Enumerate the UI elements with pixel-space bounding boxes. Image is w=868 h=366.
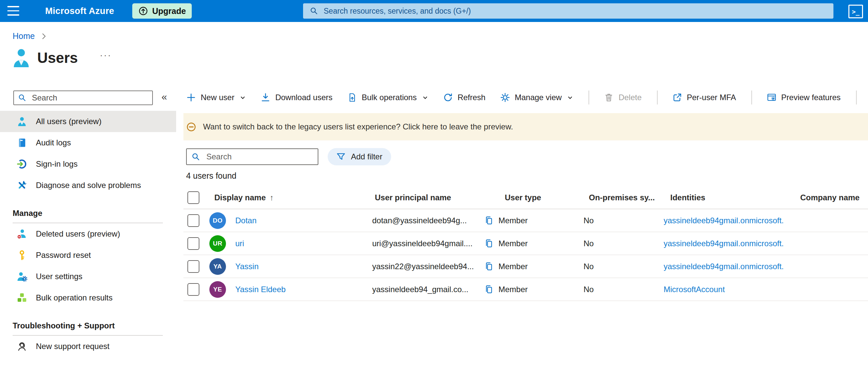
page-title: Users (37, 50, 78, 66)
identities-link[interactable]: MicrosoftAccount (663, 285, 725, 294)
display-name-link[interactable]: uri (235, 239, 244, 248)
chevron-down-icon (567, 94, 573, 101)
global-search-input[interactable] (323, 6, 833, 16)
search-icon (191, 152, 200, 161)
user-type-cell: Member (498, 262, 528, 271)
sidebar-item-diagnose[interactable]: Diagnose and solve problems (0, 175, 176, 196)
per-user-mfa-label: Per-user MFA (687, 93, 736, 102)
column-header-upn[interactable]: User principal name (375, 193, 451, 202)
sidebar-item-new-support-request[interactable]: New support request (0, 336, 176, 357)
sidebar-item-label: Deleted users (preview) (36, 229, 120, 238)
upgrade-button[interactable]: Upgrade (132, 3, 192, 19)
column-header-display-name[interactable]: Display name↑ (214, 193, 274, 202)
row-checkbox[interactable] (187, 214, 199, 227)
column-header-on-premises[interactable]: On-premises sy... (589, 193, 655, 202)
user-list-search-input[interactable] (206, 152, 313, 162)
sidebar-search-box (13, 90, 153, 105)
sidebar-item-label: All users (preview) (36, 117, 101, 126)
identities-link[interactable]: yassineldeeb94gmail.onmicrosoft. (663, 216, 784, 225)
global-search-box (303, 3, 833, 19)
table-row: YE Yassin Eldeeb yassineldeeb94_gmail.co… (183, 278, 868, 301)
table-row: YA Yassin yassin22@yassineldeeb94... Mem… (183, 255, 868, 278)
sidebar-item-label: Audit logs (36, 138, 71, 147)
audit-logs-icon (17, 137, 27, 148)
bulk-operations-label: Bulk operations (362, 93, 416, 102)
users-table: Display name↑ User principal name User t… (183, 187, 868, 301)
sidebar-search-input[interactable] (31, 93, 148, 103)
table-header-row: Display name↑ User principal name User t… (183, 187, 868, 209)
sort-ascending-icon: ↑ (270, 193, 274, 202)
sign-in-logs-icon (17, 159, 27, 169)
upn-cell: uri@yassineldeeb94gmail.... (372, 239, 472, 248)
delete-label: Delete (618, 93, 641, 102)
upn-cell: dotan@yassineldeeb94g... (372, 216, 467, 225)
cloud-shell-icon[interactable]: >_ (848, 5, 863, 18)
chevron-down-icon (240, 94, 246, 101)
table-row: DO Dotan dotan@yassineldeeb94g... Member… (183, 209, 868, 232)
column-header-identities[interactable]: Identities (670, 193, 705, 202)
row-checkbox[interactable] (187, 260, 199, 273)
diagnose-tools-icon (17, 180, 27, 191)
breadcrumb: Home (12, 31, 47, 41)
display-name-link[interactable]: Yassin Eldeeb (235, 285, 286, 294)
preview-notice-banner[interactable]: Want to switch back to the legacy users … (183, 113, 868, 140)
copy-icon[interactable] (485, 238, 494, 248)
on-premises-cell: No (584, 285, 594, 294)
avatar: YA (209, 258, 226, 275)
sidebar-section-troubleshooting: Troubleshooting + Support (12, 316, 163, 336)
select-all-checkbox[interactable] (187, 191, 199, 204)
manage-view-button[interactable]: Manage view (500, 92, 573, 103)
row-checkbox[interactable] (187, 237, 199, 250)
on-premises-cell: No (584, 262, 594, 271)
download-users-button[interactable]: Download users (260, 92, 332, 103)
gear-icon (500, 92, 510, 103)
preview-features-button[interactable]: Preview features (767, 92, 841, 103)
download-icon (260, 92, 271, 103)
avatar: YE (209, 281, 226, 298)
toolbar-divider (751, 90, 752, 105)
download-users-label: Download users (275, 93, 332, 102)
sidebar-item-all-users[interactable]: All users (preview) (0, 111, 176, 132)
copy-icon[interactable] (485, 216, 494, 225)
bulk-operations-icon (347, 92, 357, 103)
sidebar-item-label: Sign-in logs (36, 159, 78, 169)
identities-link[interactable]: yassineldeeb94gmail.onmicrosoft. (663, 262, 784, 271)
hamburger-menu-icon[interactable] (7, 6, 19, 16)
ellipsis-menu-icon[interactable]: ··· (100, 50, 112, 61)
sidebar-item-sign-in-logs[interactable]: Sign-in logs (0, 153, 176, 175)
copy-icon[interactable] (485, 284, 494, 294)
bulk-operations-button[interactable]: Bulk operations (347, 92, 428, 103)
new-user-button[interactable]: New user (186, 92, 246, 103)
sidebar-item-deleted-users[interactable]: Deleted users (preview) (0, 223, 176, 245)
refresh-button[interactable]: Refresh (443, 92, 486, 103)
sidebar-item-user-settings[interactable]: User settings (0, 266, 176, 287)
column-header-company-name[interactable]: Company name (800, 193, 860, 202)
user-gear-icon (17, 271, 27, 282)
sidebar-item-audit-logs[interactable]: Audit logs (0, 132, 176, 153)
sidebar-item-password-reset[interactable]: Password reset (0, 245, 176, 266)
column-header-user-type[interactable]: User type (505, 193, 541, 202)
sidebar-item-label: User settings (36, 272, 83, 281)
preview-features-icon (767, 92, 777, 103)
sidebar-collapse-button[interactable]: « (161, 91, 167, 103)
per-user-mfa-button[interactable]: Per-user MFA (672, 92, 736, 103)
preview-features-label: Preview features (781, 93, 841, 102)
on-premises-cell: No (584, 239, 594, 248)
copy-icon[interactable] (485, 261, 494, 271)
cubes-icon (17, 292, 27, 303)
brand-title: Microsoft Azure (45, 0, 114, 22)
row-checkbox[interactable] (187, 283, 199, 296)
plus-icon (186, 92, 196, 103)
toolbar-divider (856, 90, 857, 105)
filter-funnel-icon (336, 152, 346, 161)
display-name-link[interactable]: Yassin (235, 262, 258, 271)
identities-link[interactable]: yassineldeeb94gmail.onmicrosoft. (663, 239, 784, 248)
delete-button[interactable]: Delete (604, 92, 641, 103)
deleted-user-icon (17, 229, 27, 239)
new-user-label: New user (201, 93, 234, 102)
sidebar-item-bulk-results[interactable]: Bulk operation results (0, 287, 176, 308)
display-name-link[interactable]: Dotan (235, 216, 256, 225)
add-filter-button[interactable]: Add filter (328, 148, 391, 165)
breadcrumb-home-link[interactable]: Home (12, 31, 35, 41)
sidebar-item-label: Diagnose and solve problems (36, 181, 141, 190)
